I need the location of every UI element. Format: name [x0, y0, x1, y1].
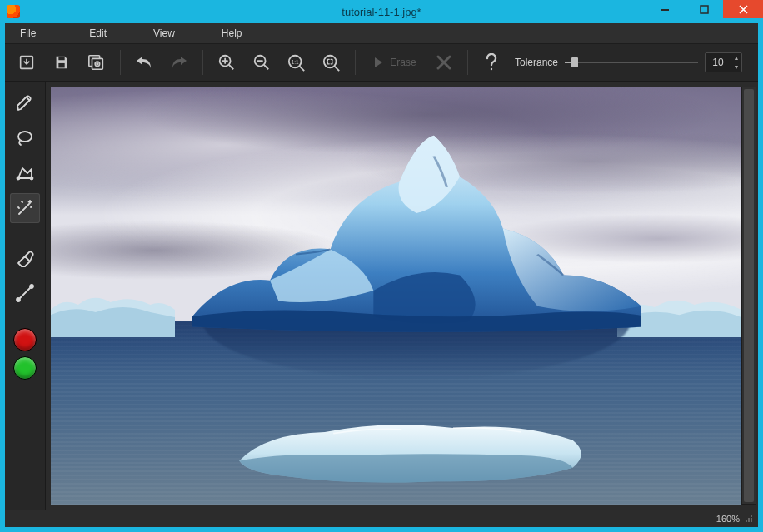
app-icon [7, 5, 20, 18]
magic-wand-tool[interactable] [10, 193, 40, 223]
svg-point-16 [17, 177, 20, 180]
erase-label: Erase [390, 57, 416, 68]
app-body: File Edit View Help 1:1 [5, 23, 758, 527]
canvas-area [46, 82, 758, 510]
zoom-out-button[interactable] [245, 48, 278, 77]
maximize-button[interactable] [685, 0, 723, 18]
svg-point-14 [491, 68, 492, 70]
marker-tool[interactable] [10, 88, 40, 118]
toolbar: 1:1 Erase Tolerance 10 ▲ ▼ [5, 44, 758, 82]
erase-button[interactable]: Erase [362, 48, 426, 77]
minimize-button[interactable] [646, 0, 685, 18]
toolbar-separator [355, 50, 356, 75]
foreground-color[interactable] [13, 328, 37, 351]
toolbar-separator [202, 50, 203, 75]
svg-rect-1 [701, 6, 708, 13]
tolerance-down[interactable]: ▼ [731, 62, 741, 72]
eraser-tool[interactable] [10, 243, 40, 273]
svg-point-18 [17, 298, 20, 301]
side-toolbar [5, 82, 46, 510]
resize-grip-icon[interactable] [745, 515, 753, 523]
open-button[interactable] [10, 48, 43, 77]
tolerance-value: 10 [706, 57, 731, 68]
undo-button[interactable] [127, 48, 161, 77]
window-controls [646, 0, 763, 18]
menu-help[interactable]: Help [198, 23, 266, 43]
svg-text:1:1: 1:1 [292, 59, 299, 65]
workspace [5, 82, 758, 510]
svg-point-25 [746, 520, 747, 522]
zoom-in-button[interactable] [210, 48, 243, 77]
iceberg-illustration [175, 120, 658, 337]
toolbar-separator [120, 50, 121, 75]
svg-point-13 [324, 56, 337, 68]
tolerance-control: Tolerance 10 ▲ ▼ [515, 52, 742, 72]
background-color[interactable] [13, 356, 37, 380]
menu-edit[interactable]: Edit [66, 23, 130, 43]
zoom-actual-button[interactable]: 1:1 [280, 48, 313, 77]
svg-point-19 [30, 285, 33, 288]
tolerance-spinbox[interactable]: 10 ▲ ▼ [705, 52, 742, 72]
tolerance-slider[interactable] [565, 57, 698, 68]
svg-point-24 [748, 520, 750, 522]
zoom-level: 160% [716, 514, 740, 524]
svg-point-22 [748, 518, 750, 520]
save-button[interactable] [45, 48, 78, 77]
svg-point-21 [751, 518, 752, 520]
ice-floe-illustration [231, 413, 590, 488]
svg-rect-0 [661, 9, 669, 11]
svg-rect-3 [58, 57, 64, 61]
toolbar-separator [467, 50, 468, 75]
svg-point-17 [31, 177, 33, 180]
canvas-viewport[interactable] [51, 87, 741, 505]
cancel-button[interactable] [427, 48, 461, 77]
svg-point-20 [751, 515, 752, 517]
lasso-tool[interactable] [10, 123, 40, 153]
tolerance-label: Tolerance [515, 57, 558, 68]
statusbar: 160% [5, 510, 758, 527]
titlebar[interactable]: tutorial-11-1.jpg* [0, 0, 763, 23]
menu-file[interactable]: File [5, 23, 66, 43]
menubar: File Edit View Help [5, 23, 758, 44]
tolerance-up[interactable]: ▲ [731, 53, 741, 62]
redo-button[interactable] [162, 48, 196, 77]
svg-rect-4 [58, 63, 64, 68]
preview-button[interactable] [80, 48, 113, 77]
close-button[interactable] [723, 0, 763, 18]
svg-point-23 [751, 520, 752, 522]
zoom-fit-button[interactable] [315, 48, 348, 77]
polygon-tool[interactable] [10, 158, 40, 188]
help-button[interactable] [475, 48, 508, 77]
document-image [51, 87, 741, 505]
svg-point-8 [97, 63, 98, 65]
vertical-scrollbar[interactable] [741, 87, 756, 505]
line-tool[interactable] [10, 278, 40, 308]
menu-view[interactable]: View [130, 23, 198, 43]
